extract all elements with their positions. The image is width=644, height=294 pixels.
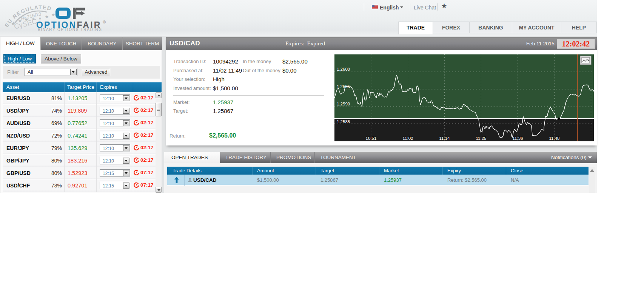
svg-text:11:48: 11:48	[549, 136, 560, 141]
svg-text:★: ★	[51, 12, 55, 17]
svg-text:1.2585: 1.2585	[337, 119, 350, 124]
svg-text:★: ★	[18, 19, 22, 23]
svg-text:11:14: 11:14	[439, 136, 450, 141]
svg-text:★: ★	[11, 20, 16, 26]
svg-text:11:02: 11:02	[403, 136, 413, 141]
svg-text:★: ★	[31, 17, 35, 21]
svg-text:11:36: 11:36	[513, 136, 523, 141]
svg-text:10:51: 10:51	[366, 136, 377, 141]
svg-text:★: ★	[25, 17, 28, 22]
svg-text:11:25: 11:25	[476, 136, 487, 141]
svg-text:BINARY OPTIONS TRADING: BINARY OPTIONS TRADING	[38, 28, 102, 32]
svg-text:®: ®	[103, 20, 106, 24]
svg-text:1.2590: 1.2590	[337, 102, 350, 106]
svg-text:★: ★	[45, 14, 49, 19]
svg-text:1.2600: 1.2600	[337, 67, 350, 71]
